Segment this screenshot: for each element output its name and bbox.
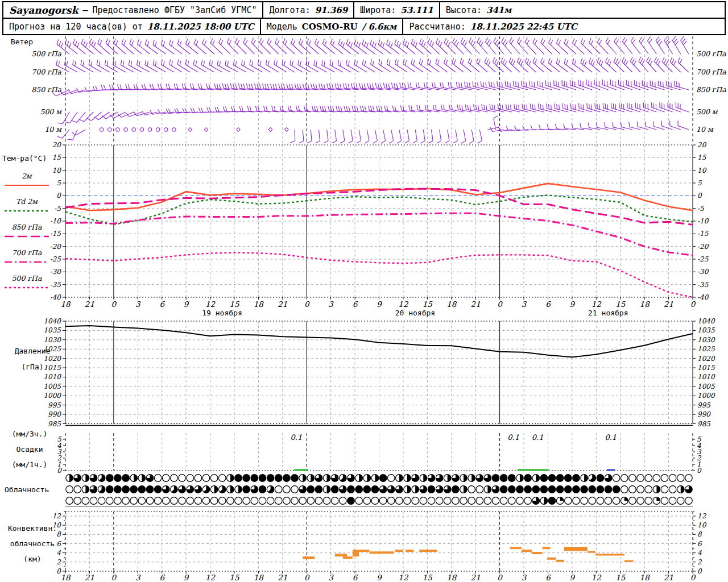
svg-text:9: 9 bbox=[377, 573, 382, 582]
svg-text:9: 9 bbox=[570, 300, 576, 309]
svg-text:-40: -40 bbox=[697, 293, 709, 301]
svg-text:1005: 1005 bbox=[43, 383, 61, 390]
svg-text:0: 0 bbox=[304, 573, 310, 582]
temperature-legend: Тем-ра(°C)2мTd 2м850 гПа700 гПа500 гПа bbox=[2, 154, 49, 288]
model-resolution: / 6.6км bbox=[362, 22, 397, 32]
svg-text:18: 18 bbox=[640, 300, 651, 309]
svg-text:4: 4 bbox=[56, 549, 61, 557]
convective-bar bbox=[595, 554, 624, 555]
svg-text:-35: -35 bbox=[50, 281, 62, 289]
svg-text:20 ноября: 20 ноября bbox=[395, 309, 435, 317]
svg-text:-15: -15 bbox=[50, 230, 62, 238]
svg-text:1030: 1030 bbox=[43, 336, 61, 344]
svg-text:12: 12 bbox=[592, 300, 602, 309]
convective-bar bbox=[532, 552, 542, 554]
svg-text:5: 5 bbox=[56, 179, 61, 187]
svg-text:15: 15 bbox=[229, 573, 240, 582]
svg-text:3: 3 bbox=[328, 300, 334, 309]
svg-text:5: 5 bbox=[697, 179, 702, 187]
svg-text:-35: -35 bbox=[697, 281, 709, 289]
convective-bar bbox=[370, 551, 394, 554]
svg-text:1020: 1020 bbox=[697, 355, 715, 363]
svg-text:1010: 1010 bbox=[43, 373, 61, 381]
svg-text:Ветер: Ветер bbox=[11, 38, 33, 46]
svg-text:(мм/1ч.): (мм/1ч.) bbox=[12, 460, 48, 469]
svg-text:6: 6 bbox=[545, 300, 551, 309]
convective-bar bbox=[522, 550, 532, 552]
svg-text:500 гПа: 500 гПа bbox=[696, 49, 726, 58]
svg-text:3: 3 bbox=[135, 573, 141, 582]
svg-text:3: 3 bbox=[522, 573, 527, 582]
svg-text:500 гПа: 500 гПа bbox=[31, 49, 61, 58]
svg-text:700 гПа: 700 гПа bbox=[31, 68, 61, 76]
svg-text:1025: 1025 bbox=[697, 345, 715, 353]
svg-text:18: 18 bbox=[60, 300, 71, 309]
svg-text:-10: -10 bbox=[50, 217, 62, 225]
station-name: Sayanogorsk bbox=[9, 5, 78, 16]
svg-text:15: 15 bbox=[423, 300, 433, 309]
svg-text:Осадки: Осадки bbox=[16, 445, 43, 454]
convective-bar bbox=[510, 547, 522, 549]
svg-text:0: 0 bbox=[111, 300, 117, 309]
svg-text:-25: -25 bbox=[50, 255, 62, 263]
svg-text:Конвективн.: Конвективн. bbox=[8, 524, 57, 533]
svg-text:0: 0 bbox=[111, 573, 117, 582]
altitude-label: Высота: bbox=[446, 5, 482, 15]
station-segment: Sayanogorsk — Предоставлено ФГБУ "ЗапСиб… bbox=[3, 2, 262, 18]
svg-text:-5: -5 bbox=[54, 205, 61, 213]
svg-text:8: 8 bbox=[697, 530, 702, 538]
svg-text:Тем-ра(°C): Тем-ра(°C) bbox=[2, 154, 47, 163]
model-segment: Модель COSMO-RU / 6.6км bbox=[260, 19, 403, 34]
calculated-segment: Рассчитано: 18.11.2025 22:45 UTC bbox=[402, 19, 582, 34]
forecast-segment: Прогноз на 120 часа(ов) от 18.11.2025 18… bbox=[3, 19, 260, 34]
svg-text:3: 3 bbox=[522, 300, 527, 309]
svg-text:21: 21 bbox=[85, 573, 94, 582]
svg-text:-10: -10 bbox=[697, 217, 709, 225]
svg-text:1040: 1040 bbox=[43, 317, 61, 325]
svg-text:1035: 1035 bbox=[43, 326, 61, 334]
svg-text:Облачность: Облачность bbox=[5, 485, 49, 494]
forecast-label: Прогноз на 120 часа(ов) от bbox=[9, 22, 143, 32]
model-name: COSMO-RU bbox=[302, 22, 358, 32]
svg-text:1035: 1035 bbox=[697, 326, 715, 334]
svg-text:850 гПа: 850 гПа bbox=[696, 85, 726, 94]
svg-text:-25: -25 bbox=[697, 255, 709, 263]
svg-text:1015: 1015 bbox=[43, 364, 61, 372]
wind-barbs-row-850гПа bbox=[52, 80, 689, 96]
convective-bar bbox=[588, 551, 595, 552]
svg-text:1000: 1000 bbox=[43, 392, 61, 400]
svg-text:0: 0 bbox=[497, 573, 503, 582]
svg-text:20: 20 bbox=[52, 141, 62, 149]
svg-text:20: 20 bbox=[697, 141, 707, 149]
calculated-time: 18.11.2025 22:45 UTC bbox=[470, 22, 577, 32]
svg-text:21 ноября: 21 ноября bbox=[588, 309, 628, 317]
calculated-label: Рассчитано: bbox=[409, 22, 465, 32]
svg-text:21: 21 bbox=[664, 573, 673, 582]
svg-text:0: 0 bbox=[304, 300, 310, 309]
svg-text:1015: 1015 bbox=[697, 364, 715, 372]
wind-barbs-row-10м bbox=[57, 116, 689, 143]
time-axis-top: 1821036912151821036912151821036912151821… bbox=[60, 300, 696, 317]
svg-text:4: 4 bbox=[697, 549, 702, 557]
convective-bar bbox=[353, 550, 359, 556]
svg-text:0: 0 bbox=[497, 300, 503, 309]
svg-text:2: 2 bbox=[56, 558, 61, 566]
convective-bar bbox=[547, 558, 556, 560]
header: Sayanogorsk — Предоставлено ФГБУ "ЗапСиб… bbox=[2, 1, 726, 35]
altitude-value: 341м bbox=[486, 5, 511, 15]
convective-bar bbox=[395, 550, 403, 552]
convective-bar bbox=[343, 556, 353, 559]
svg-text:10 м: 10 м bbox=[696, 125, 714, 134]
svg-text:15: 15 bbox=[697, 153, 707, 161]
svg-text:-5: -5 bbox=[697, 205, 705, 213]
svg-text:0: 0 bbox=[690, 300, 696, 309]
svg-text:18: 18 bbox=[446, 300, 457, 309]
svg-text:21: 21 bbox=[471, 573, 481, 582]
svg-text:Давление: Давление bbox=[15, 347, 51, 355]
svg-text:-15: -15 bbox=[697, 230, 709, 238]
svg-text:1020: 1020 bbox=[43, 355, 61, 363]
wind-barbs-row-500гПа bbox=[57, 36, 689, 54]
svg-text:-30: -30 bbox=[50, 268, 62, 276]
header-row-model: Прогноз на 120 часа(ов) от 18.11.2025 18… bbox=[3, 19, 725, 34]
svg-text:6: 6 bbox=[159, 300, 165, 309]
